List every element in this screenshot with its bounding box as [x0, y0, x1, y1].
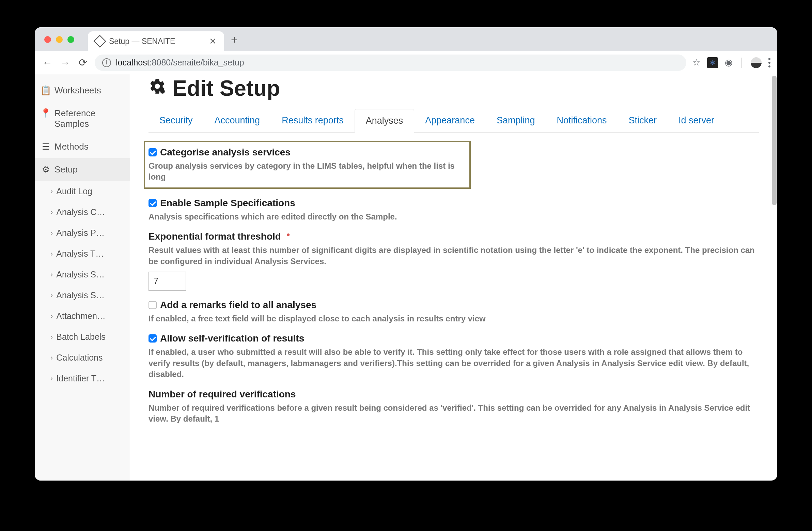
sidebar-item-label: Reference Samples: [55, 108, 124, 129]
field-label: Categorise analysis services: [160, 147, 291, 158]
sidebar-sub-label: Batch Labels: [56, 332, 105, 342]
tab-id-server[interactable]: Id server: [668, 109, 725, 132]
tab-accounting[interactable]: Accounting: [204, 109, 271, 132]
back-button[interactable]: ←: [42, 57, 53, 69]
exp-threshold-input[interactable]: [148, 271, 186, 291]
field-label: Allow self-verification of results: [160, 333, 304, 344]
sidebar-item-label: Setup: [55, 164, 78, 175]
address-bar: ← → ⟳ i localhost:8080/senaite/bika_setu…: [35, 51, 777, 74]
gear-icon: [148, 78, 166, 99]
extension2-icon[interactable]: ◉: [725, 57, 733, 68]
sidebar-sub-label: Analysis S…: [56, 269, 104, 279]
browser-tab[interactable]: Setup — SENAITE ✕: [88, 31, 224, 51]
sidebar-sub-identifier-t[interactable]: ›Identifier T…: [35, 368, 130, 389]
field-description: Group analysis services by category in t…: [148, 160, 464, 183]
sidebar-sub-batch-labels[interactable]: ›Batch Labels: [35, 326, 130, 347]
bookmark-icon[interactable]: ☆: [693, 57, 700, 68]
sidebar-sub-analysis-s1[interactable]: ›Analysis S…: [35, 264, 130, 285]
sidebar-item-worksheets[interactable]: 📋 Worksheets: [35, 79, 130, 102]
tab-sticker[interactable]: Sticker: [618, 109, 668, 132]
sidebar-sub-label: Analysis P…: [56, 228, 104, 238]
required-indicator: ●: [287, 231, 290, 238]
extension-icon[interactable]: ⚛: [707, 57, 718, 68]
window-controls: [44, 36, 74, 43]
close-window-button[interactable]: [44, 36, 51, 43]
sidebar-item-label: Worksheets: [55, 85, 101, 96]
self-verify-checkbox[interactable]: [148, 334, 157, 343]
new-tab-button[interactable]: +: [224, 33, 245, 51]
chevron-right-icon: ›: [50, 270, 53, 279]
remarks-checkbox[interactable]: [148, 301, 157, 309]
chevron-right-icon: ›: [50, 250, 53, 258]
chevron-right-icon: ›: [50, 187, 53, 196]
profile-avatar[interactable]: [751, 57, 762, 68]
tab-results-reports[interactable]: Results reports: [271, 109, 354, 132]
reload-button[interactable]: ⟳: [77, 57, 89, 69]
chevron-right-icon: ›: [50, 229, 53, 238]
page-title-text: Edit Setup: [172, 76, 280, 101]
close-tab-button[interactable]: ✕: [209, 36, 217, 47]
url-text: localhost:8080/senaite/bika_setup: [116, 58, 244, 68]
browser-menu-button[interactable]: [768, 58, 770, 68]
sidebar-sub-label: Attachmen…: [56, 311, 105, 321]
field-num-verif: Number of required verifications Number …: [148, 389, 759, 425]
setup-icon: ⚙: [41, 164, 50, 175]
tab-appearance[interactable]: Appearance: [414, 109, 486, 132]
field-enable-spec: Enable Sample Specifications Analysis sp…: [148, 198, 759, 222]
chevron-right-icon: ›: [50, 312, 53, 321]
field-description: Analysis specifications which are edited…: [148, 211, 759, 222]
tab-analyses[interactable]: Analyses: [354, 109, 415, 132]
worksheets-icon: 📋: [41, 85, 50, 96]
field-description: If enabled, a user who submitted a resul…: [148, 347, 759, 380]
svg-point-0: [160, 89, 165, 94]
minimize-window-button[interactable]: [56, 36, 63, 43]
sidebar-item-setup[interactable]: ⚙ Setup: [35, 158, 130, 181]
sidebar-sub-analysis-p[interactable]: ›Analysis P…: [35, 223, 130, 243]
sidebar-sub-label: Analysis C…: [56, 207, 105, 217]
sidebar-sub-label: Analysis S…: [56, 290, 104, 300]
sidebar-sub-attachments[interactable]: ›Attachmen…: [35, 306, 130, 326]
reference-samples-icon: 📍: [41, 108, 50, 118]
field-label: Number of required verifications: [148, 389, 296, 400]
toolbar-right: ☆ ⚛ ◉: [693, 57, 770, 68]
sidebar-sub-analysis-s2[interactable]: ›Analysis S…: [35, 285, 130, 306]
site-info-icon[interactable]: i: [102, 58, 111, 67]
favicon-icon: [94, 35, 106, 48]
field-remarks: Add a remarks field to all analyses If e…: [148, 299, 759, 324]
chevron-right-icon: ›: [50, 353, 53, 362]
page-title: Edit Setup: [148, 76, 759, 101]
forward-button[interactable]: →: [59, 57, 71, 69]
sidebar-item-methods[interactable]: ☰ Methods: [35, 135, 130, 158]
tabs: Security Accounting Results reports Anal…: [148, 109, 759, 132]
sidebar-sub-label: Analysis T…: [56, 249, 104, 259]
field-description: Result values with at least this number …: [148, 245, 759, 267]
field-description: If enabled, a free text field will be di…: [148, 313, 759, 324]
sidebar-sub-analysis-t[interactable]: ›Analysis T…: [35, 243, 130, 264]
sidebar-sub-audit-log[interactable]: ›Audit Log: [35, 181, 130, 202]
tab-security[interactable]: Security: [148, 109, 204, 132]
enable-spec-checkbox[interactable]: [148, 199, 157, 207]
field-exp-threshold: Exponential format threshold ● Result va…: [148, 231, 759, 291]
content-area: 📋 Worksheets 📍 Reference Samples ☰ Metho…: [35, 74, 777, 480]
sidebar: 📋 Worksheets 📍 Reference Samples ☰ Metho…: [35, 74, 130, 480]
sidebar-sub-label: Calculations: [56, 353, 102, 363]
divider: [741, 58, 742, 68]
chevron-right-icon: ›: [50, 291, 53, 300]
methods-icon: ☰: [41, 141, 50, 152]
main-content: Edit Setup Security Accounting Results r…: [130, 74, 777, 480]
tab-notifications[interactable]: Notifications: [546, 109, 618, 132]
sidebar-item-label: Methods: [55, 141, 89, 152]
field-self-verify: Allow self-verification of results If en…: [148, 333, 759, 380]
sidebar-sub-label: Identifier T…: [56, 374, 105, 383]
sidebar-item-reference-samples[interactable]: 📍 Reference Samples: [35, 102, 130, 135]
field-categorise: Categorise analysis services Group analy…: [144, 141, 471, 189]
url-input[interactable]: i localhost:8080/senaite/bika_setup: [95, 55, 686, 71]
maximize-window-button[interactable]: [68, 36, 74, 43]
browser-window: Setup — SENAITE ✕ + ← → ⟳ i localhost:80…: [35, 27, 777, 480]
field-label: Exponential format threshold: [148, 231, 281, 242]
sidebar-sub-analysis-c[interactable]: ›Analysis C…: [35, 202, 130, 223]
sidebar-sub-calculations[interactable]: ›Calculations: [35, 347, 130, 368]
tab-sampling[interactable]: Sampling: [486, 109, 546, 132]
chevron-right-icon: ›: [50, 333, 53, 341]
categorise-checkbox[interactable]: [148, 148, 157, 156]
